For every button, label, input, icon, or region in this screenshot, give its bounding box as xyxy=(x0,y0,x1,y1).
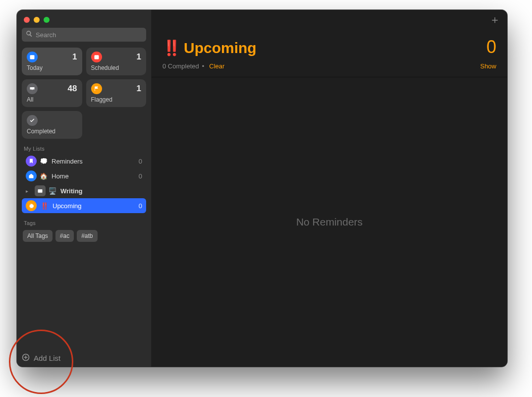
all-label: All xyxy=(27,96,77,103)
completed-subrow: 0 Completed • Clear Show xyxy=(152,59,507,77)
separator-dot: • xyxy=(202,62,205,70)
empty-state: No Reminders xyxy=(152,77,507,367)
checkmark-icon xyxy=(27,115,38,126)
app-window: 1 Today 1 Scheduled xyxy=(17,10,507,367)
add-list-label: Add List xyxy=(34,354,60,362)
svg-rect-2 xyxy=(94,55,99,59)
today-label: Today xyxy=(27,64,77,71)
smart-flagged[interactable]: 1 Flagged xyxy=(86,79,147,107)
tray-icon xyxy=(27,83,38,94)
svg-rect-3 xyxy=(38,189,43,193)
smart-list-grid: 1 Today 1 Scheduled xyxy=(22,48,146,139)
zoom-window-button[interactable] xyxy=(44,17,50,23)
completed-label: Completed xyxy=(27,128,77,135)
completed-count-text: 0 Completed xyxy=(162,62,199,70)
smartlist-gear-icon xyxy=(26,200,37,211)
list-home[interactable]: 🏠 Home 0 xyxy=(22,169,146,183)
smart-completed[interactable]: Completed xyxy=(22,111,82,139)
scheduled-label: Scheduled xyxy=(91,64,142,71)
tags-row: All Tags #ac #atb xyxy=(22,228,146,244)
flag-icon xyxy=(91,83,102,94)
window-traffic-lights xyxy=(22,15,146,28)
sidebar: 1 Today 1 Scheduled xyxy=(17,10,152,367)
svg-rect-1 xyxy=(30,55,35,56)
list-emoji: 🏠 xyxy=(40,172,48,180)
mylists-header: My Lists xyxy=(24,146,144,152)
today-count: 1 xyxy=(72,52,77,62)
list-upcoming[interactable]: ‼️ Upcoming 0 xyxy=(22,198,146,213)
list-label: Reminders xyxy=(52,158,83,165)
all-count: 48 xyxy=(68,84,77,94)
search-icon xyxy=(26,30,36,39)
list-total-count: 0 xyxy=(486,37,496,57)
folder-writing[interactable]: ▸ 🖥️ Writing xyxy=(22,183,146,198)
folder-icon xyxy=(35,185,46,196)
plus-circle-icon xyxy=(22,353,30,363)
list-count: 0 xyxy=(139,202,142,210)
folder-label: Writing xyxy=(60,187,83,195)
title-row: ‼️ Upcoming 0 xyxy=(152,30,507,59)
list-label: Home xyxy=(52,172,69,180)
list-emoji: 💭 xyxy=(40,158,48,165)
clear-completed-button[interactable]: Clear xyxy=(209,62,224,70)
flagged-label: Flagged xyxy=(91,96,142,103)
toolbar: ＋ xyxy=(152,10,507,30)
list-reminders[interactable]: 💭 Reminders 0 xyxy=(22,154,146,169)
smart-scheduled[interactable]: 1 Scheduled xyxy=(86,48,147,75)
tag-ac[interactable]: #ac xyxy=(55,230,74,242)
search-field[interactable] xyxy=(22,28,146,42)
tags-header: Tags xyxy=(24,220,144,226)
flagged-count: 1 xyxy=(137,84,141,94)
tag-all[interactable]: All Tags xyxy=(23,230,53,242)
list-title: ‼️ Upcoming xyxy=(162,39,486,57)
bangbang-icon: ‼️ xyxy=(162,39,181,57)
smart-all[interactable]: 48 All xyxy=(22,79,82,107)
list-count: 0 xyxy=(139,158,142,165)
title-text: Upcoming xyxy=(184,40,257,57)
main-pane: ＋ ‼️ Upcoming 0 0 Completed • Clear Show… xyxy=(152,10,507,367)
new-reminder-button[interactable]: ＋ xyxy=(489,14,500,25)
add-list-button[interactable]: Add List xyxy=(22,353,60,363)
search-input[interactable] xyxy=(36,31,142,39)
list-emoji: 🖥️ xyxy=(49,187,56,195)
tag-atb[interactable]: #atb xyxy=(77,230,97,242)
smart-today[interactable]: 1 Today xyxy=(22,48,82,75)
list-label: Upcoming xyxy=(53,202,82,210)
bangbang-icon: ‼️ xyxy=(41,202,49,210)
calendar-today-icon xyxy=(27,52,38,62)
list-count: 0 xyxy=(139,172,142,180)
bookmark-icon xyxy=(26,156,37,167)
house-icon xyxy=(26,170,37,181)
empty-text: No Reminders xyxy=(296,216,363,228)
close-window-button[interactable] xyxy=(24,17,30,23)
minimize-window-button[interactable] xyxy=(34,17,40,23)
scheduled-count: 1 xyxy=(137,52,141,62)
show-completed-button[interactable]: Show xyxy=(480,62,496,70)
chevron-right-icon: ▸ xyxy=(26,188,31,194)
divider xyxy=(152,77,507,77)
calendar-icon xyxy=(91,52,102,62)
